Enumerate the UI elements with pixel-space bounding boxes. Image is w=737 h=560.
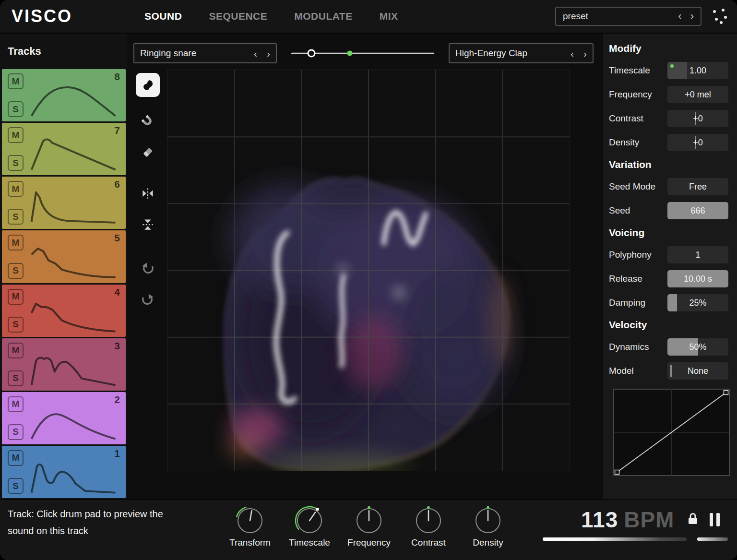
curve-handle-end[interactable] [724,391,728,395]
tab-modulate[interactable]: MODULATE [294,11,352,22]
tab-sound[interactable]: SOUND [144,11,182,22]
track-row-8[interactable]: MS8 [2,69,126,121]
curve-handle-start[interactable] [615,470,619,475]
solo-button[interactable]: S [8,478,24,494]
mute-button[interactable]: M [8,235,24,250]
track-list: MS8MS7MS6MS5MS4MS3MS2MS1 [2,69,126,498]
track-row-4[interactable]: MS4 [2,285,126,337]
transport-mini-slider[interactable] [697,537,728,541]
release-value[interactable]: 10.00 s [667,270,728,287]
redo-button[interactable] [136,287,160,311]
sample-a-next-button[interactable]: › [267,48,270,59]
lock-icon[interactable] [687,512,699,528]
preset-selector[interactable]: preset ‹ › [555,7,701,26]
damping-value[interactable]: 25% [667,294,728,311]
model-value[interactable]: None [667,362,728,380]
contrast-label: Contrast [609,113,643,124]
track-row-2[interactable]: MS2 [2,392,126,444]
track-row-3[interactable]: MS3 [2,338,126,391]
bottom-bar: Track: Click drum pad to preview the sou… [0,499,737,560]
velocity-curve[interactable] [613,389,730,476]
solo-button[interactable]: S [8,370,24,386]
app-logo: VISCO [12,6,72,26]
param-row-model: ModelNone [609,359,728,383]
param-row-seed: Seed666 [609,199,728,223]
morph-slider-handle[interactable] [307,49,315,58]
solo-button[interactable]: S [8,424,24,440]
params-panel: ModifyTimescale1.00Frequency+0 melContra… [602,34,737,499]
seed-mode-value[interactable]: Free [667,178,728,195]
track-row-6[interactable]: MS6 [2,177,126,229]
contrast-value[interactable]: +0 [667,110,728,127]
sample-b-prev-button[interactable]: ‹ [571,48,574,59]
undo-button[interactable] [136,256,160,280]
knob-transform[interactable]: Transform [226,505,274,548]
track-number: 5 [114,232,120,244]
mute-button[interactable]: M [8,396,24,412]
sample-a-label: Ringing snare [140,48,196,59]
magnet-tool-button[interactable] [136,109,160,133]
knob-label: Density [473,537,503,548]
seed-mode-label: Seed Mode [609,181,655,192]
morph-slider[interactable] [291,43,434,63]
morph-slider-marker [347,51,353,56]
density-value[interactable]: +0 [667,134,728,151]
panel-sections: ModifyTimescale1.00Frequency+0 melContra… [609,38,728,383]
status-text: Track: Click drum pad to preview the sou… [8,506,163,539]
randomize-icon[interactable] [709,6,729,26]
solo-button[interactable]: S [8,155,24,171]
sample-b-selector[interactable]: High-Energy Clap ‹ › [449,43,594,63]
solo-button[interactable]: S [8,209,24,225]
solo-button[interactable]: S [8,101,24,117]
bpm-value[interactable]: 113 [581,507,618,533]
sample-a-selector[interactable]: Ringing snare ‹ › [133,43,277,63]
knob-contrast[interactable]: Contrast [404,505,452,548]
track-number: 8 [114,71,120,83]
mute-button[interactable]: M [8,73,24,89]
track-number: 1 [114,448,120,459]
sample-b-next-button[interactable]: › [583,48,587,59]
sample-a-prev-button[interactable]: ‹ [254,48,257,59]
flip-vertical-button[interactable] [136,213,160,237]
solo-button[interactable]: S [8,317,24,333]
flip-horizontal-button[interactable] [136,181,160,205]
track-row-1[interactable]: MS1 [2,446,126,498]
mute-button[interactable]: M [8,289,24,305]
mute-button[interactable]: M [8,450,24,466]
preset-next-button[interactable]: › [690,11,694,22]
knob-label: Contrast [411,537,446,548]
sound-view: Ringing snare ‹ › High-Energy Clap ‹ › [127,34,602,499]
knob-frequency[interactable]: Frequency [345,505,393,548]
track-row-5[interactable]: MS5 [2,230,126,283]
eraser-tool-button[interactable] [136,140,160,164]
spectrogram-canvas[interactable] [167,70,570,471]
mute-button[interactable]: M [8,127,24,143]
bpm-slider[interactable] [543,537,687,541]
param-row-dynamics: Dynamics50% [609,335,728,359]
pause-button[interactable] [710,513,720,526]
dynamics-label: Dynamics [609,342,649,352]
release-label: Release [609,274,642,284]
track-waveform [30,404,119,441]
frequency-value[interactable]: +0 mel [667,86,728,103]
brush-tool-button[interactable] [136,73,160,97]
polyphony-label: Polyphony [609,250,652,260]
preset-prev-button[interactable]: ‹ [678,11,681,22]
seed-value[interactable]: 666 [667,202,728,219]
knob-label: Transform [229,537,271,548]
mute-button[interactable]: M [8,343,24,358]
param-row-damping: Damping25% [609,291,728,315]
tracks-panel: Tracks MS8MS7MS6MS5MS4MS3MS2MS1 [0,34,127,499]
tab-sequence[interactable]: SEQUENCE [209,11,267,22]
dynamics-value[interactable]: 50% [667,338,728,356]
tab-mix[interactable]: MIX [380,11,398,22]
bpm-unit: BPM [624,507,674,533]
knob-timescale[interactable]: Timescale [285,505,333,548]
solo-button[interactable]: S [8,263,24,279]
track-row-7[interactable]: MS7 [2,123,126,175]
polyphony-value[interactable]: 1 [667,246,728,263]
status-line-1: Track: Click drum pad to preview the [8,506,163,523]
knob-density[interactable]: Density [464,505,512,548]
mute-button[interactable]: M [8,181,24,197]
timescale-value[interactable]: 1.00 [667,62,728,79]
